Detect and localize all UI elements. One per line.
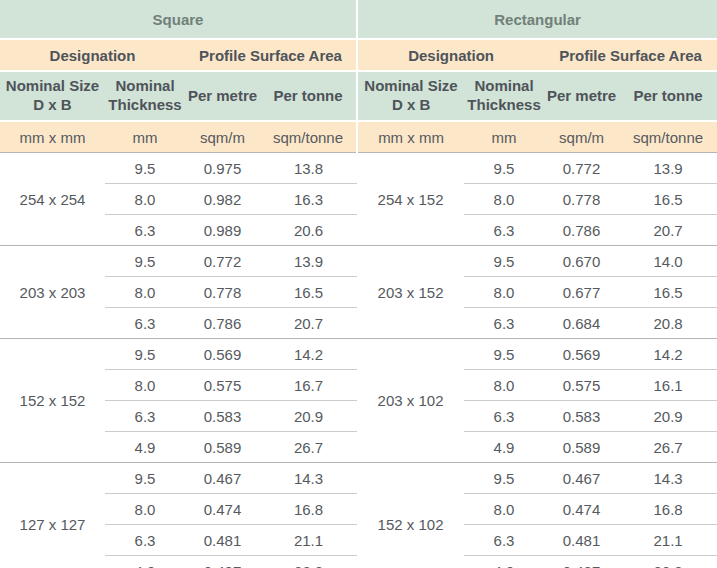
per-tonne-cell: 16.5 (619, 184, 717, 215)
thickness-cell: 6.3 (105, 401, 185, 432)
thickness-cell: 8.0 (105, 494, 185, 525)
unit-cell: sqm/tonne (619, 121, 717, 153)
per-metre-cell: 0.772 (544, 153, 619, 184)
thickness-cell: 8.0 (464, 370, 544, 401)
per-tonne-cell: 13.9 (260, 246, 357, 277)
per-metre-cell: 0.583 (544, 401, 619, 432)
per-tonne-cell: 20.7 (619, 215, 717, 246)
thickness-cell: 4.9 (105, 556, 185, 568)
thickness-cell: 6.3 (464, 401, 544, 432)
thickness-cell: 9.5 (464, 153, 544, 184)
designation-header-rect: Designation (357, 39, 544, 71)
per-tonne-cell: 14.3 (619, 463, 717, 494)
per-metre-cell: 0.474 (185, 494, 260, 525)
thickness-cell: 6.3 (105, 215, 185, 246)
unit-cell: mm (105, 121, 185, 153)
per-tonne-cell: 20.9 (260, 401, 357, 432)
table-row: Designation Profile Surface Area Designa… (0, 39, 717, 71)
per-metre-cell: 0.677 (544, 277, 619, 308)
designation-header-square: Designation (0, 39, 185, 71)
table-row: Nominal Size D x B Nominal Thickness Per… (0, 71, 717, 121)
per-metre-cell: 0.487 (544, 556, 619, 568)
per-tonne-cell: 16.1 (619, 370, 717, 401)
per-metre-cell: 0.474 (544, 494, 619, 525)
per-tonne-cell: 16.5 (260, 277, 357, 308)
per-tonne-cell: 13.8 (260, 153, 357, 184)
table-row: 152 x 152 9.5 0.569 14.2 203 x 102 9.5 0… (0, 339, 717, 370)
per-metre-cell: 0.670 (544, 246, 619, 277)
size-cell: 152 x 102 (357, 463, 464, 568)
per-metre-cell: 0.975 (185, 153, 260, 184)
per-metre-cell: 0.786 (544, 215, 619, 246)
per-tonne-cell: 16.7 (260, 370, 357, 401)
per-tonne-cell: 26.8 (260, 556, 357, 568)
thickness-cell: 8.0 (464, 494, 544, 525)
per-tonne-cell: 20.8 (619, 308, 717, 339)
table-row: Square Rectangular (0, 0, 717, 39)
thickness-cell: 9.5 (464, 463, 544, 494)
per-metre-cell: 0.481 (544, 525, 619, 556)
per-tonne-cell: 20.7 (260, 308, 357, 339)
section-header-square: Square (0, 0, 357, 39)
per-metre-cell: 0.778 (544, 184, 619, 215)
profile-surface-area-header-rect: Profile Surface Area (544, 39, 717, 71)
size-cell: 152 x 152 (0, 339, 105, 463)
per-tonne-cell: 26.8 (619, 556, 717, 568)
per-metre-cell: 0.589 (185, 432, 260, 463)
thickness-cell: 6.3 (464, 525, 544, 556)
thickness-cell: 8.0 (464, 184, 544, 215)
unit-cell: sqm/tonne (260, 121, 357, 153)
thickness-cell: 9.5 (105, 246, 185, 277)
per-tonne-cell: 14.2 (260, 339, 357, 370)
thickness-cell: 8.0 (105, 370, 185, 401)
profile-surface-area-header-square: Profile Surface Area (185, 39, 357, 71)
table-row: 254 x 254 9.5 0.975 13.8 254 x 152 9.5 0… (0, 153, 717, 184)
thickness-cell: 4.9 (105, 432, 185, 463)
per-metre-cell: 0.583 (185, 401, 260, 432)
unit-cell: sqm/m (544, 121, 619, 153)
col-header-nominal-thickness-rect: Nominal Thickness (464, 71, 544, 121)
per-metre-cell: 0.589 (544, 432, 619, 463)
thickness-cell: 8.0 (105, 184, 185, 215)
unit-cell: sqm/m (185, 121, 260, 153)
thickness-cell: 9.5 (464, 339, 544, 370)
size-cell: 254 x 152 (357, 153, 464, 246)
thickness-cell: 9.5 (105, 153, 185, 184)
col-header-nominal-thickness-square: Nominal Thickness (105, 71, 185, 121)
per-tonne-cell: 21.1 (260, 525, 357, 556)
per-tonne-cell: 14.2 (619, 339, 717, 370)
thickness-cell: 8.0 (464, 277, 544, 308)
col-header-per-metre-square: Per metre (185, 71, 260, 121)
per-metre-cell: 0.467 (544, 463, 619, 494)
size-cell: 254 x 254 (0, 153, 105, 246)
thickness-cell: 9.5 (464, 246, 544, 277)
per-metre-cell: 0.575 (185, 370, 260, 401)
unit-cell: mm (464, 121, 544, 153)
per-metre-cell: 0.989 (185, 215, 260, 246)
unit-cell: mm x mm (0, 121, 105, 153)
per-tonne-cell: 16.3 (260, 184, 357, 215)
per-tonne-cell: 16.8 (260, 494, 357, 525)
per-metre-cell: 0.487 (185, 556, 260, 568)
per-metre-cell: 0.575 (544, 370, 619, 401)
per-metre-cell: 0.569 (544, 339, 619, 370)
table-row: 203 x 203 9.5 0.772 13.9 203 x 152 9.5 0… (0, 246, 717, 277)
col-header-nominal-size-square: Nominal Size D x B (0, 71, 105, 121)
per-tonne-cell: 13.9 (619, 153, 717, 184)
per-tonne-cell: 14.3 (260, 463, 357, 494)
thickness-cell: 6.3 (105, 308, 185, 339)
per-metre-cell: 0.772 (185, 246, 260, 277)
per-tonne-cell: 20.9 (619, 401, 717, 432)
thickness-cell: 4.9 (464, 432, 544, 463)
per-tonne-cell: 20.6 (260, 215, 357, 246)
per-tonne-cell: 14.0 (619, 246, 717, 277)
size-cell: 203 x 102 (357, 339, 464, 463)
sections-table: Square Rectangular Designation Profile S… (0, 0, 717, 568)
per-tonne-cell: 16.8 (619, 494, 717, 525)
col-header-nominal-size-rect: Nominal Size D x B (357, 71, 464, 121)
table-row: mm x mm mm sqm/m sqm/tonne mm x mm mm sq… (0, 121, 717, 153)
per-metre-cell: 0.684 (544, 308, 619, 339)
per-tonne-cell: 16.5 (619, 277, 717, 308)
section-header-rectangular: Rectangular (357, 0, 717, 39)
col-header-per-metre-rect: Per metre (544, 71, 619, 121)
